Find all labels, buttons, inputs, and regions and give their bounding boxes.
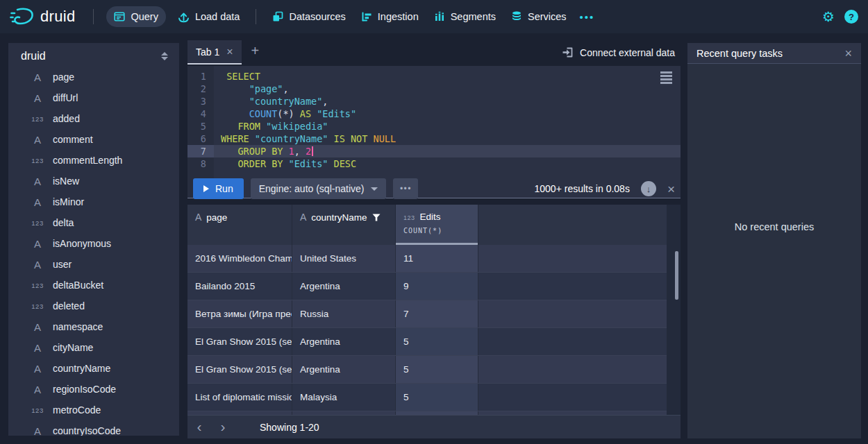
tab-close-icon[interactable]: × bbox=[226, 46, 233, 58]
column-header-countryName[interactable]: AcountryName bbox=[292, 205, 396, 245]
code-line-4[interactable]: 4COUNT(*) AS "Edits" bbox=[187, 108, 681, 120]
sidebar-column-added[interactable]: 123added bbox=[8, 108, 179, 129]
cell-countryName[interactable]: Argentina bbox=[292, 273, 396, 300]
sidebar-column-isAnonymous[interactable]: AisAnonymous bbox=[8, 233, 179, 254]
sidebar-column-user[interactable]: Auser bbox=[8, 254, 179, 275]
cell-page[interactable]: List of diplomatic missio bbox=[187, 384, 292, 411]
sidebar-column-isNew[interactable]: AisNew bbox=[8, 171, 179, 191]
filter-funnel-icon[interactable] bbox=[372, 213, 381, 223]
sidebar-column-delta[interactable]: 123delta bbox=[8, 212, 179, 233]
cell-edits[interactable]: 11 bbox=[396, 245, 478, 272]
cell-filler bbox=[478, 245, 667, 272]
add-tab-button[interactable]: + bbox=[242, 40, 269, 62]
nav-item-services[interactable]: Services bbox=[503, 0, 574, 33]
engine-select-button[interactable]: Engine: auto (sql-native) bbox=[251, 178, 387, 199]
table-row[interactable]: List of diplomatic missioMalaysia5 bbox=[187, 384, 667, 411]
sidebar-column-namespace[interactable]: Anamespace bbox=[8, 316, 179, 337]
sidebar-column-diffUrl[interactable]: AdiffUrl bbox=[8, 87, 179, 108]
next-page-icon[interactable]: › bbox=[211, 419, 235, 436]
cell-page[interactable]: 2016 Wimbledon Champ bbox=[187, 245, 292, 272]
sidebar-column-deleted[interactable]: 123deleted bbox=[8, 296, 179, 316]
tasks-empty-message: No recent queries bbox=[687, 221, 861, 232]
table-row[interactable]: Bailando 2015Argentina9 bbox=[187, 273, 667, 300]
cell-page[interactable]: El Gran Show 2015 (seas bbox=[187, 356, 292, 383]
nav-item-label: Segments bbox=[451, 11, 496, 22]
code-line-3[interactable]: 3"countryName", bbox=[187, 95, 681, 108]
code-line-2[interactable]: 2"page", bbox=[187, 83, 681, 95]
sql-token bbox=[311, 108, 317, 119]
settings-gear-icon[interactable]: ⚙ bbox=[822, 10, 835, 24]
table-row[interactable]: El Gran Show 2015 (seasArgentina5 bbox=[187, 356, 667, 384]
sidebar-column-regionIsoCode[interactable]: AregionIsoCode bbox=[8, 379, 179, 400]
connect-external-data-label: Connect external data bbox=[580, 47, 675, 58]
nav-item-segments[interactable]: Segments bbox=[426, 0, 503, 33]
cell-countryName[interactable]: Argentina bbox=[292, 356, 396, 383]
cell-countryName[interactable]: Argentina bbox=[292, 328, 396, 355]
table-row[interactable]: Ветра зимы (Игра пресRussia7 bbox=[187, 300, 667, 328]
sidebar-column-countryName[interactable]: AcountryName bbox=[8, 358, 179, 379]
sidebar-column-metroCode[interactable]: 123metroCode bbox=[8, 400, 179, 420]
clear-results-icon[interactable]: × bbox=[667, 182, 675, 196]
cell-countryName[interactable]: Russia bbox=[292, 300, 396, 327]
code-line-1[interactable]: 1SELECT bbox=[187, 70, 681, 83]
run-button[interactable]: Run bbox=[193, 178, 244, 199]
cell-edits[interactable]: 7 bbox=[396, 300, 478, 327]
sql-token: , bbox=[294, 146, 306, 157]
code-text: COUNT(*) AS "Edits" bbox=[221, 108, 356, 120]
sort-double-caret-icon[interactable] bbox=[161, 52, 168, 60]
nav-more-icon[interactable]: ••• bbox=[574, 11, 601, 23]
sidebar-column-isMinor[interactable]: AisMinor bbox=[8, 191, 179, 212]
code-line-5[interactable]: 5FROM "wikipedia" bbox=[187, 120, 681, 133]
string-type-icon: A bbox=[29, 425, 46, 436]
sql-token: NULL bbox=[374, 133, 397, 144]
nav-item-label: Load data bbox=[195, 11, 240, 22]
sidebar-column-commentLength[interactable]: 123commentLength bbox=[8, 150, 179, 171]
column-name: cityName bbox=[53, 342, 93, 353]
nav-item-ingestion[interactable]: Ingestion bbox=[353, 0, 426, 33]
query-more-button[interactable]: ••• bbox=[393, 178, 418, 199]
close-panel-icon[interactable]: × bbox=[844, 47, 852, 60]
sidebar-column-deltaBucket[interactable]: 123deltaBucket bbox=[8, 275, 179, 296]
code-line-6[interactable]: 6WHERE "countryName" IS NOT NULL bbox=[187, 133, 681, 145]
druid-logo[interactable]: druid bbox=[10, 7, 75, 26]
schema-header[interactable]: druid bbox=[8, 47, 179, 67]
column-name: isNew bbox=[53, 176, 79, 187]
string-type-icon: A bbox=[29, 321, 46, 333]
code-line-7[interactable]: 7GROUP BY 1, 2 bbox=[187, 145, 681, 157]
column-header-page[interactable]: Apage bbox=[187, 205, 292, 245]
code-line-8[interactable]: 8ORDER BY "Edits" DESC bbox=[187, 157, 681, 170]
editor-menu-icon[interactable] bbox=[660, 71, 672, 84]
sidebar-column-comment[interactable]: Acomment bbox=[8, 129, 179, 150]
cell-page[interactable]: El Gran Show 2015 (seas bbox=[187, 328, 292, 355]
cell-edits[interactable]: 9 bbox=[396, 273, 478, 300]
sidebar-column-cityName[interactable]: AcityName bbox=[8, 337, 179, 358]
code-text: "countryName", bbox=[221, 95, 328, 108]
tab-1[interactable]: Tab 1 × bbox=[187, 40, 242, 65]
cell-countryName[interactable]: Malaysia bbox=[292, 384, 396, 411]
nav-item-load-data[interactable]: Load data bbox=[170, 0, 248, 33]
cell-countryName[interactable]: United States bbox=[292, 245, 396, 272]
cell-edits[interactable]: 5 bbox=[396, 356, 478, 383]
sql-token: SELECT bbox=[226, 71, 260, 82]
cell-page[interactable]: Bailando 2015 bbox=[187, 273, 292, 300]
schema-sidebar: druid ApageAdiffUrl123addedAcomment123co… bbox=[8, 43, 179, 436]
cell-page[interactable]: Ветра зимы (Игра прес bbox=[187, 300, 292, 327]
column-name: deleted bbox=[53, 300, 85, 311]
table-row[interactable]: 2016 Wimbledon ChampUnited States11 bbox=[187, 245, 667, 273]
sidebar-column-page[interactable]: Apage bbox=[8, 67, 179, 87]
cell-edits[interactable]: 5 bbox=[396, 384, 478, 411]
column-header-edits[interactable]: 123Edits COUNT(*) bbox=[396, 205, 478, 245]
sidebar-column-countryIsoCode[interactable]: AcountryIsoCode bbox=[8, 420, 179, 436]
download-results-icon[interactable]: ↓ bbox=[641, 181, 656, 196]
prev-page-icon[interactable]: ‹ bbox=[187, 419, 211, 436]
editor-lines: 1SELECT2"page",3"countryName",4COUNT(*) … bbox=[187, 66, 681, 170]
nav-item-datasources[interactable]: Datasources bbox=[265, 0, 353, 33]
results-scrollbar[interactable] bbox=[675, 251, 678, 300]
table-row[interactable]: El Gran Show 2015 (seasArgentina5 bbox=[187, 328, 667, 356]
ingestion-icon bbox=[361, 11, 372, 22]
nav-item-query[interactable]: Query bbox=[106, 6, 166, 27]
cell-edits[interactable]: 5 bbox=[396, 328, 478, 355]
connect-external-data-button[interactable]: Connect external data bbox=[556, 40, 681, 65]
column-name: user bbox=[53, 259, 72, 270]
help-icon[interactable]: ? bbox=[844, 10, 858, 24]
